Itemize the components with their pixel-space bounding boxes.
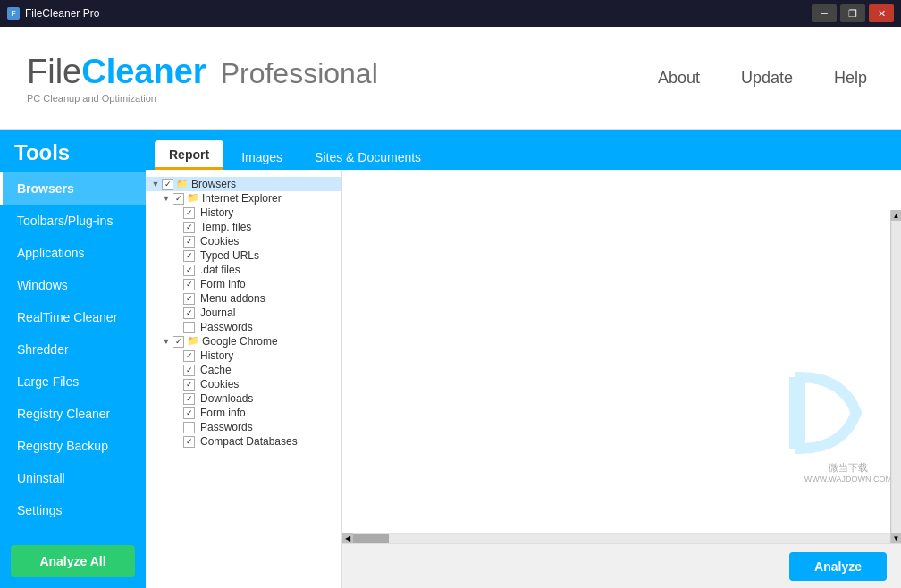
tree-label-ie-cookies: Cookies [200, 235, 239, 248]
sidebar-item-windows[interactable]: Windows [0, 269, 146, 301]
scroll-up-arrow[interactable]: ▲ [891, 210, 902, 221]
sidebar-item-largefiles[interactable]: Large Files [0, 365, 146, 398]
sidebar-item-uninstall[interactable]: Uninstall [0, 462, 146, 494]
logo-file: File [27, 53, 81, 91]
analyze-button[interactable]: Analyze [789, 552, 887, 581]
tree-checkbox-ie-passwords[interactable] [183, 322, 195, 333]
logo-cleaner: Cleaner [81, 53, 206, 91]
tree-item-ie-typedurls[interactable]: ✓ Typed URLs [146, 248, 341, 263]
scroll-thumb-h[interactable] [353, 534, 389, 543]
close-button[interactable]: ✕ [869, 4, 894, 22]
tree-item-ie-cookies[interactable]: ✓ Cookies [146, 234, 341, 248]
tree-item-chrome-passwords[interactable]: Passwords [146, 420, 341, 434]
tree-toggle-chrome[interactable]: ▼ [160, 335, 173, 348]
tree-checkbox-ie-typedurls[interactable]: ✓ [183, 250, 195, 262]
sidebar-item-settings[interactable]: Settings [0, 494, 146, 526]
sidebar-item-browsers[interactable]: Browsers [0, 172, 146, 205]
tree-toggle-browsers[interactable]: ▼ [149, 178, 162, 190]
sidebar-item-shredder[interactable]: Shredder [0, 333, 146, 365]
tree-label-ie-journal: Journal [200, 307, 235, 319]
tree-item-ie-passwords[interactable]: Passwords [146, 320, 341, 334]
tree-label-ie: Internet Explorer [202, 192, 282, 205]
tab-sites[interactable]: Sites & Documents [300, 143, 435, 170]
tree-checkbox-chrome-passwords[interactable] [183, 422, 195, 433]
tree-item-chrome-forminfo[interactable]: ✓ Form info [146, 406, 341, 420]
tree-label-chrome-downloads: Downloads [200, 392, 253, 405]
tree-checkbox-browsers[interactable]: ✓ [162, 179, 173, 190]
logo-tagline: PC Cleanup and Optimization [27, 93, 378, 104]
tree-checkbox-ie-forminfo[interactable]: ✓ [183, 279, 195, 290]
tree-label-ie-passwords: Passwords [200, 321, 253, 333]
folder-icon-browsers: 📁 [176, 178, 189, 190]
sidebar-item-regbackup[interactable]: Registry Backup [0, 430, 146, 462]
tree-label-ie-tempfiles: Temp. files [200, 221, 251, 233]
tree-label-ie-forminfo: Form info [200, 278, 246, 290]
tree-checkbox-chrome-cookies[interactable]: ✓ [183, 379, 195, 391]
tree-panel: ▼ ✓ 📁 Browsers ▼ ✓ 📁 Internet Explorer ✓… [146, 170, 342, 588]
tree-item-chrome-cache[interactable]: ✓ Cache [146, 363, 341, 377]
app-icon: F [7, 7, 20, 20]
logo-professional: Professional [221, 57, 378, 90]
main-report: 微当下载 WWW.WAJDOWN.COM [342, 170, 901, 533]
tree-checkbox-chrome-downloads[interactable]: ✓ [183, 393, 195, 405]
tree-item-ie-menuaddons[interactable]: ✓ Menu addons [146, 291, 341, 306]
scrollbar-right: ▲ ▼ [890, 210, 901, 543]
sidebar-title: Tools [0, 130, 146, 172]
minimize-button[interactable]: ─ [812, 4, 837, 22]
tree-item-ie-history[interactable]: ✓ History [146, 206, 341, 220]
tree-item-ie-tempfiles[interactable]: ✓ Temp. files [146, 220, 341, 234]
tree-checkbox-chrome-compactdb[interactable]: ✓ [183, 436, 195, 448]
tree-checkbox-chrome-history[interactable]: ✓ [183, 350, 195, 362]
tree-item-ie-forminfo[interactable]: ✓ Form info [146, 277, 341, 291]
scroll-track-h [353, 534, 890, 543]
tree-checkbox-ie-journal[interactable]: ✓ [183, 307, 195, 319]
tree-checkbox-ie-datfiles[interactable]: ✓ [183, 265, 195, 276]
tree-label-chrome-history: History [200, 349, 233, 362]
nav-help[interactable]: Help [827, 65, 874, 91]
nav-about[interactable]: About [651, 65, 707, 91]
nav-update[interactable]: Update [734, 65, 800, 91]
tree-item-ie-journal[interactable]: ✓ Journal [146, 306, 341, 320]
tree-label-ie-datfiles: .dat files [200, 264, 240, 276]
sidebar-item-realtime[interactable]: RealTime Cleaner [0, 301, 146, 333]
content-area: Report Images Sites & Documents ▼ ✓ 📁 Br… [146, 130, 901, 588]
tree-label-ie-history: History [200, 206, 233, 219]
tree-checkbox-ie-history[interactable]: ✓ [183, 207, 195, 219]
tree-checkbox-ie-menuaddons[interactable]: ✓ [183, 293, 195, 305]
tree-checkbox-chrome[interactable]: ✓ [173, 336, 184, 348]
sidebar-item-toolbars[interactable]: Toolbars/Plug-ins [0, 205, 146, 237]
scroll-down-arrow[interactable]: ▼ [891, 533, 902, 543]
tree-checkbox-ie-cookies[interactable]: ✓ [183, 236, 195, 248]
sidebar-item-registry[interactable]: Registry Cleaner [0, 398, 146, 430]
sidebar-item-applications[interactable]: Applications [0, 237, 146, 269]
tree-item-chrome-downloads[interactable]: ✓ Downloads [146, 391, 341, 406]
tree-item-chrome-cookies[interactable]: ✓ Cookies [146, 377, 341, 391]
tree-root-browsers[interactable]: ▼ ✓ 📁 Browsers [146, 177, 341, 191]
tree-ie[interactable]: ▼ ✓ 📁 Internet Explorer [146, 191, 341, 206]
tree-label-browsers: Browsers [191, 178, 236, 190]
tab-images[interactable]: Images [227, 143, 297, 170]
main-container: Tools Browsers Toolbars/Plug-ins Applica… [0, 130, 901, 588]
tree-label-chrome: Google Chrome [202, 335, 278, 348]
tree-label-chrome-compactdb: Compact Databases [200, 435, 298, 448]
tree-label-ie-typedurls: Typed URLs [200, 249, 259, 262]
scroll-track-v [892, 221, 901, 533]
tree-toggle-ie[interactable]: ▼ [160, 192, 173, 205]
title-bar-controls: ─ ❐ ✕ [812, 4, 894, 22]
tree-checkbox-ie[interactable]: ✓ [173, 193, 184, 205]
bottom-bar: Analyze [342, 543, 901, 588]
tree-label-chrome-passwords: Passwords [200, 421, 253, 433]
tree-checkbox-chrome-cache[interactable]: ✓ [183, 365, 195, 376]
watermark [785, 368, 874, 461]
tree-chrome[interactable]: ▼ ✓ 📁 Google Chrome [146, 334, 341, 349]
header-nav: About Update Help [651, 65, 874, 91]
tree-checkbox-ie-tempfiles[interactable]: ✓ [183, 222, 195, 233]
tree-item-chrome-compactdb[interactable]: ✓ Compact Databases [146, 434, 341, 449]
tree-checkbox-chrome-forminfo[interactable]: ✓ [183, 407, 195, 419]
analyze-all-button[interactable]: Analyze All [11, 545, 135, 577]
scroll-left-arrow[interactable]: ◀ [342, 533, 353, 544]
tree-item-ie-datfiles[interactable]: ✓ .dat files [146, 263, 341, 277]
tree-item-chrome-history[interactable]: ✓ History [146, 349, 341, 363]
restore-button[interactable]: ❐ [840, 4, 865, 22]
tab-report[interactable]: Report [155, 140, 223, 170]
